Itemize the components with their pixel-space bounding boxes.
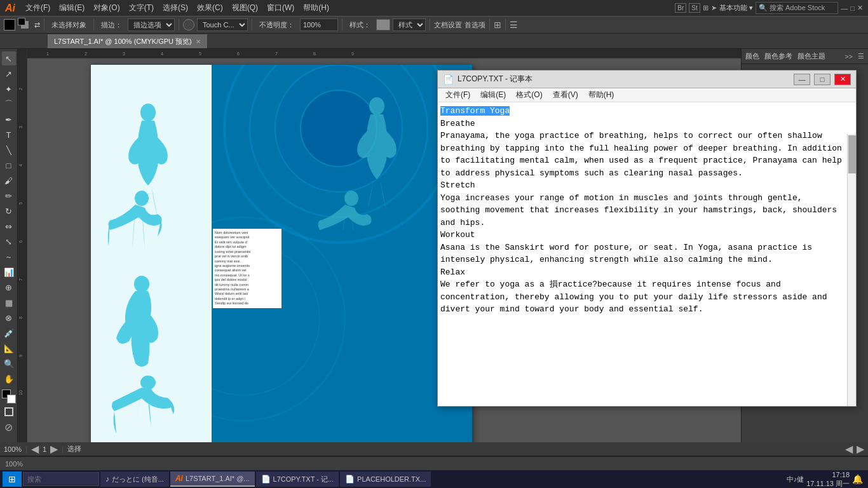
- prev-btn[interactable]: ◀: [31, 443, 39, 455]
- magic-wand-tool[interactable]: ✦: [2, 82, 16, 96]
- hand-tool[interactable]: ✋: [2, 372, 16, 386]
- lasso-tool[interactable]: ⌒: [2, 97, 16, 111]
- panel-icon[interactable]: ☰: [510, 20, 518, 30]
- taskbar-illustrator[interactable]: Ai L7START_1.AI* @...: [170, 471, 255, 487]
- panel-expand-icon[interactable]: >>: [844, 53, 853, 60]
- pencil-tool[interactable]: ✏: [2, 189, 16, 203]
- stroke-indicator: [18, 18, 32, 32]
- blend-tool[interactable]: ⊗: [2, 311, 16, 325]
- column-chart-tool[interactable]: ▦: [2, 295, 16, 309]
- notepad-textarea[interactable]: Transform Yoga Breathe Pranayama, the yo…: [438, 102, 856, 406]
- notepad-icon: 📄: [443, 74, 454, 85]
- paintbrush-tool[interactable]: 🖌: [2, 173, 16, 187]
- reflect-tool[interactable]: ⇔: [2, 219, 16, 233]
- tab-close-btn[interactable]: ✕: [196, 38, 201, 45]
- panel-menu-icon[interactable]: ☰: [858, 52, 864, 60]
- close-icon[interactable]: ✕: [857, 4, 863, 12]
- scrollbar-thumb[interactable]: [848, 135, 856, 173]
- opacity-input[interactable]: [300, 18, 338, 31]
- line-tool[interactable]: ╲: [2, 143, 16, 157]
- notepad-titlebar[interactable]: 📄 L7COPY.TXT - 记事本 — □ ✕: [438, 71, 856, 88]
- panel-tab-color[interactable]: 颜色: [745, 51, 759, 61]
- notepad-scrollbar[interactable]: [847, 134, 856, 406]
- menu-window[interactable]: 窗口(W): [263, 1, 298, 15]
- stock-icon[interactable]: St: [689, 3, 700, 13]
- arrange-icon[interactable]: ⊞: [494, 20, 501, 30]
- stroke-select[interactable]: 描边选项: [128, 18, 175, 31]
- menu-view[interactable]: 视图(Q): [228, 1, 262, 15]
- fill-stroke-icon[interactable]: [2, 405, 16, 419]
- taskbar-notepad1[interactable]: 📄 L7COPY.TXT - 记...: [256, 471, 339, 487]
- svg-text:4: 4: [18, 164, 23, 166]
- doc-settings-btn[interactable]: 文档设置: [434, 20, 462, 30]
- menu-text[interactable]: 文字(T): [125, 1, 158, 15]
- preferences-btn[interactable]: 首选项: [465, 20, 485, 30]
- start-button[interactable]: ⊞: [3, 471, 22, 487]
- secondary-toolbar: 100% | ◀ 1 ▶ | 选择 ◀ ▶: [0, 442, 868, 456]
- panel-tab-color-theme[interactable]: 颜色主题: [797, 51, 825, 61]
- menu-help[interactable]: 帮助(H): [299, 1, 333, 15]
- np-menu-view[interactable]: 查看(V): [549, 88, 582, 102]
- scroll-left-btn[interactable]: ◀: [845, 443, 853, 455]
- minimize-icon[interactable]: —: [841, 4, 848, 12]
- np-menu-edit[interactable]: 编辑(E): [477, 88, 510, 102]
- menu-select[interactable]: 选择(S): [159, 1, 192, 15]
- tray-icons: 中♪健: [787, 475, 804, 484]
- search-stock[interactable]: 🔍 搜索 Adobe Stock: [756, 2, 839, 14]
- svg-text:3: 3: [18, 126, 23, 128]
- panel-tab-color-ref[interactable]: 颜色参考: [764, 51, 792, 61]
- taskbar-notepad2[interactable]: 📄 PLACEHOLDER.TX...: [340, 471, 431, 487]
- np-menu-file[interactable]: 文件(F): [442, 88, 474, 102]
- taskbar-music[interactable]: ♪ だっとに (纯音...: [100, 471, 169, 487]
- clock: 17:18 17.11.13 周一: [806, 470, 850, 488]
- artboard: Num doloreetum veniesequam ver suscipsit…: [91, 65, 472, 442]
- np-menu-help[interactable]: 帮助(H): [585, 88, 618, 102]
- graph-tool[interactable]: 📊: [2, 265, 16, 279]
- menu-file[interactable]: 文件(F): [22, 1, 54, 15]
- menu-effect[interactable]: 效果(C): [193, 1, 227, 15]
- np-menu-format[interactable]: 格式(O): [512, 88, 546, 102]
- arrow-icon[interactable]: ➤: [711, 4, 717, 12]
- notepad-close-btn[interactable]: ✕: [834, 74, 851, 85]
- taskbar-search[interactable]: [23, 472, 99, 486]
- bridge-icon[interactable]: Br: [675, 3, 686, 13]
- measure-tool[interactable]: 📐: [2, 341, 16, 355]
- fill-swatch[interactable]: [4, 19, 15, 30]
- menu-object[interactable]: 对象(O): [90, 1, 123, 15]
- notepad-minimize-btn[interactable]: —: [794, 74, 810, 85]
- next-btn[interactable]: ▶: [50, 443, 58, 455]
- swap-icon[interactable]: ⇄: [34, 21, 40, 29]
- right-panels-header: 颜色 颜色参考 颜色主题 >> ☰: [742, 49, 868, 64]
- status-bar: 100%: [0, 456, 868, 470]
- select-tool[interactable]: ↖: [2, 51, 16, 65]
- scale-tool[interactable]: ⤡: [2, 234, 16, 248]
- svg-point-28: [369, 97, 384, 115]
- page-num: 1: [43, 445, 46, 453]
- eyedropper-tool[interactable]: 💉: [2, 326, 16, 340]
- notepad-title: L7COPY.TXT - 记事本: [458, 74, 790, 85]
- scroll-right-btn[interactable]: ▶: [857, 443, 864, 455]
- shape-tool[interactable]: □: [2, 158, 16, 172]
- direct-select-tool[interactable]: ↗: [2, 67, 16, 81]
- svg-text:6: 6: [18, 240, 23, 243]
- svg-point-18: [140, 104, 156, 121]
- notification-icon[interactable]: 🔔: [852, 474, 863, 484]
- basic-function[interactable]: 基本功能 ▾: [719, 3, 753, 13]
- symbol-tool[interactable]: ⊕: [2, 280, 16, 294]
- warp-tool[interactable]: ~: [2, 250, 16, 264]
- zoom-display[interactable]: 100%: [4, 445, 22, 453]
- svg-text:2: 2: [85, 51, 87, 56]
- zoom-tool[interactable]: 🔍: [2, 356, 16, 370]
- restore-icon[interactable]: □: [850, 4, 855, 12]
- style-select[interactable]: 样式: [393, 18, 426, 31]
- pen-tool[interactable]: ✒: [2, 112, 16, 126]
- rotate-tool[interactable]: ↻: [2, 204, 16, 218]
- type-tool[interactable]: T: [2, 128, 16, 142]
- svg-text:10: 10: [18, 390, 23, 395]
- grid-icon[interactable]: ⊞: [703, 4, 709, 12]
- notepad-restore-btn[interactable]: □: [814, 74, 831, 85]
- menu-edit[interactable]: 编辑(E): [55, 1, 88, 15]
- no-fill-icon[interactable]: ⊘: [2, 420, 16, 434]
- active-tab[interactable]: L7START_1.AI* @ 100% (CMYK/GPU 预览) ✕: [48, 34, 208, 48]
- touch-select[interactable]: Touch C...: [197, 18, 248, 31]
